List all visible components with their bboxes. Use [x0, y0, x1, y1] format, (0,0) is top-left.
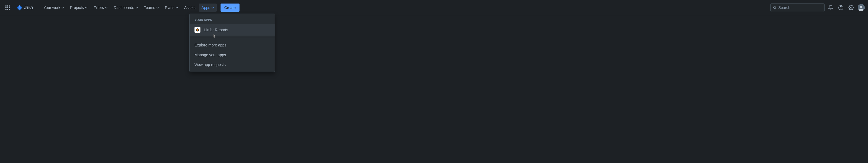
search-box[interactable] [770, 3, 825, 12]
nav-dashboards[interactable]: Dashboards [111, 3, 141, 12]
top-navigation-bar: Jira Your work Projects Filters Dashboar… [0, 0, 868, 15]
nav-apps[interactable]: Apps [199, 3, 217, 12]
jira-logo[interactable]: Jira [14, 4, 35, 11]
notifications-button[interactable] [826, 3, 835, 12]
chevron-down-icon [105, 6, 108, 9]
nav-assets[interactable]: Assets [182, 3, 198, 12]
nav-filters[interactable]: Filters [91, 3, 111, 12]
chevron-down-icon [85, 6, 88, 9]
help-icon [838, 5, 844, 10]
dropdown-item-label: Explore more apps [194, 43, 226, 47]
svg-point-0 [773, 6, 775, 8]
dropdown-app-limbr-reports[interactable]: Limbr Reports [190, 24, 275, 35]
chevron-down-icon [211, 6, 214, 9]
settings-button[interactable] [847, 3, 856, 12]
svg-point-4 [850, 7, 852, 8]
dropdown-item-label: View app requests [194, 62, 226, 67]
chevron-down-icon [135, 6, 138, 9]
app-icon [194, 27, 200, 33]
topbar-left-section: Jira Your work Projects Filters Dashboar… [3, 3, 240, 12]
svg-line-1 [775, 8, 776, 9]
dropdown-manage-apps[interactable]: Manage your apps [190, 50, 275, 60]
nav-label: Plans [165, 5, 175, 10]
nav-teams[interactable]: Teams [141, 3, 162, 12]
nav-label: Filters [94, 5, 104, 10]
dropdown-view-requests[interactable]: View app requests [190, 60, 275, 70]
limbr-badge-icon [195, 28, 199, 32]
dropdown-item-label: Manage your apps [194, 53, 226, 57]
gear-icon [848, 5, 854, 10]
chevron-down-icon [61, 6, 64, 9]
bell-icon [828, 5, 833, 10]
dropdown-explore-apps[interactable]: Explore more apps [190, 40, 275, 50]
dropdown-section-header: YOUR APPS [190, 14, 275, 24]
nav-projects[interactable]: Projects [67, 3, 90, 12]
apps-dropdown-menu: YOUR APPS Limbr Reports Explore more app… [189, 13, 275, 72]
dropdown-item-label: Limbr Reports [204, 28, 228, 32]
nav-label: Apps [202, 5, 210, 10]
nav-label: Projects [70, 5, 84, 10]
create-button[interactable]: Create [220, 3, 240, 12]
chevron-down-icon [176, 6, 178, 9]
app-switcher-button[interactable] [3, 3, 12, 12]
nav-plans[interactable]: Plans [162, 3, 181, 12]
help-button[interactable] [837, 3, 845, 12]
nav-items: Your work Projects Filters Dashboards Te… [41, 3, 240, 12]
jira-wordmark: Jira [24, 5, 33, 10]
nav-label: Teams [144, 5, 155, 10]
svg-point-6 [860, 6, 862, 8]
app-switcher-icon [5, 5, 10, 10]
dropdown-divider [190, 38, 275, 38]
topbar-right-section [770, 3, 865, 12]
user-avatar[interactable] [858, 4, 865, 11]
nav-label: Your work [44, 5, 61, 10]
nav-label: Dashboards [114, 5, 134, 10]
jira-logo-icon [16, 4, 23, 11]
chevron-down-icon [156, 6, 159, 9]
avatar-icon [858, 4, 865, 11]
search-input[interactable] [778, 5, 822, 10]
nav-your-work[interactable]: Your work [41, 3, 67, 12]
search-icon [773, 5, 777, 10]
nav-label: Assets [184, 5, 195, 10]
